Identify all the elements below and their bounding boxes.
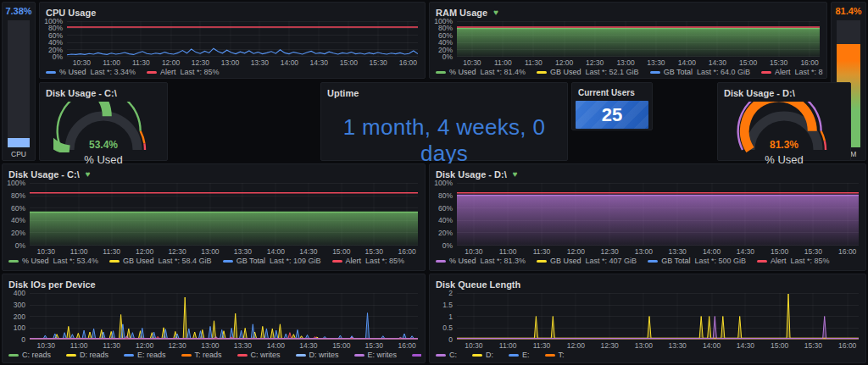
grafana-dashboard: 7.38% CPU CPU Usage ♥ 100%80%60%40%20%0%… xyxy=(0,0,868,365)
legend-label: T: reads xyxy=(195,351,222,359)
legend-value: Last *: 85% xyxy=(791,257,830,265)
legend-swatch-icon xyxy=(761,71,771,74)
x-tick-label: 16:00 xyxy=(838,341,856,350)
legend-item[interactable]: GB TotalLast *: 64.0 GiB xyxy=(650,68,750,76)
legend-item[interactable]: E: writes xyxy=(354,351,402,359)
legend-item[interactable]: T: writes xyxy=(412,351,421,359)
panel-disk-queue: Disk Queue Length ♥ 21.510.50 10:3011:00… xyxy=(429,274,866,363)
panel-title[interactable]: Disk Usage - D:\ xyxy=(718,83,850,101)
legend-item[interactable]: GB TotalLast *: 109 GiB xyxy=(223,257,321,265)
y-axis: 4003002001000 xyxy=(4,293,30,340)
panel-title[interactable]: CPU Usage ♥ xyxy=(40,3,425,20)
legend-item[interactable]: T: reads xyxy=(181,351,226,359)
legend-item[interactable]: % UsedLast *: 3.34% xyxy=(46,68,136,76)
legend-item[interactable]: AlertLast *: 85% xyxy=(332,257,405,265)
panel-title[interactable]: Disk Usage - C:\ ♥ xyxy=(3,164,425,182)
y-axis: 21.510.50 xyxy=(431,293,457,340)
cpu-bar-fill xyxy=(8,138,30,147)
legend-item[interactable]: % UsedLast *: 81.3% xyxy=(436,257,526,265)
x-tick-label: 11:00 xyxy=(494,58,512,67)
x-tick-label: 15:00 xyxy=(332,341,350,350)
plot-area[interactable] xyxy=(457,21,820,57)
legend-item[interactable]: % UsedLast *: 81.4% xyxy=(436,68,526,76)
panel-title-text: Current Users xyxy=(578,88,635,97)
legend-item[interactable]: T: xyxy=(545,351,569,359)
x-axis: 10:3011:0011:3012:0012:3013:0013:3014:00… xyxy=(67,58,418,67)
y-axis: 100%80%60%40%20%0% xyxy=(4,183,30,246)
x-tick-label: 14:30 xyxy=(299,247,317,256)
x-tick-label: 14:00 xyxy=(678,58,696,67)
legend-label: GB Used xyxy=(550,68,581,76)
legend-item[interactable]: C: writes xyxy=(237,351,285,359)
legend-swatch-icon xyxy=(412,354,421,357)
legend-item[interactable]: AlertLast *: 85% xyxy=(761,68,823,76)
legend-item[interactable]: D: xyxy=(472,351,498,359)
panel-disk-usage-c-gauge: Disk Usage - C:\ 53.4% % Used xyxy=(39,82,168,161)
ram-bar-value: 81.4% xyxy=(832,3,865,16)
x-tick-label: 14:00 xyxy=(703,247,721,256)
legend-item[interactable]: GB UsedLast *: 58.4 GiB xyxy=(109,257,212,265)
legend-item[interactable]: AlertLast *: 85% xyxy=(147,68,220,76)
panel-title[interactable]: Disk Queue Length ♥ xyxy=(430,274,865,292)
y-tick-label: 0 xyxy=(448,335,453,344)
legend-item[interactable]: GB UsedLast *: 52.1 GiB xyxy=(537,68,639,76)
legend-swatch-icon xyxy=(46,71,56,74)
y-tick-label: 200 xyxy=(14,312,25,321)
legend-item[interactable]: D: writes xyxy=(296,351,343,359)
x-tick-label: 14:30 xyxy=(737,247,754,256)
x-tick-label: 11:00 xyxy=(70,341,88,350)
plot-area[interactable] xyxy=(30,293,418,340)
x-axis: 10:3011:0011:3012:0012:3013:0013:3014:00… xyxy=(457,58,820,67)
y-tick-label: 60% xyxy=(11,204,25,213)
y-tick-label: 80% xyxy=(438,191,453,200)
current-users-box: 25 xyxy=(576,101,648,129)
legend: % UsedLast *: 3.34%AlertLast *: 85% xyxy=(46,68,421,76)
panel-cpu-bar-gauge: 7.38% CPU xyxy=(2,2,36,161)
legend-item[interactable]: GB UsedLast *: 407 GiB xyxy=(537,257,637,265)
panel-title[interactable]: Disk IOs per Device ♥ xyxy=(3,274,425,292)
legend-item[interactable]: AlertLast *: 85% xyxy=(757,257,830,265)
y-tick-label: 100% xyxy=(7,179,25,187)
legend-value: Last *: 81.3% xyxy=(481,257,526,265)
legend-swatch-icon xyxy=(237,354,248,357)
current-users-value: 25 xyxy=(602,104,622,126)
legend-label: D: writes xyxy=(309,351,339,359)
x-tick-label: 13:30 xyxy=(234,247,252,256)
panel-current-users: Current Users 25 xyxy=(571,82,653,130)
legend-label: Alert xyxy=(346,257,362,265)
plot-area[interactable] xyxy=(457,293,859,340)
x-tick-label: 11:00 xyxy=(499,341,517,350)
y-tick-label: 0% xyxy=(442,53,453,61)
x-tick-label: 16:00 xyxy=(399,58,417,67)
legend-item[interactable]: % UsedLast *: 53.4% xyxy=(8,257,98,265)
panel-title[interactable]: Disk Usage - D:\ ♥ xyxy=(430,164,865,182)
x-tick-label: 13:30 xyxy=(669,247,687,256)
plot-area[interactable] xyxy=(457,183,859,246)
legend-value: Last *: 109 GiB xyxy=(270,257,321,265)
panel-title[interactable]: Uptime xyxy=(321,83,567,101)
x-tick-label: 15:30 xyxy=(804,341,822,350)
panel-title[interactable]: Current Users xyxy=(575,85,649,100)
legend-item[interactable]: GB TotalLast *: 500 GiB xyxy=(648,257,746,265)
legend-label: E: xyxy=(522,351,530,359)
legend-item[interactable]: C: reads xyxy=(8,351,55,359)
health-heart-icon: ♥ xyxy=(86,170,91,179)
x-tick-label: 13:00 xyxy=(201,341,219,350)
panel-title[interactable]: Disk Usage - C:\ xyxy=(40,83,167,101)
legend-item[interactable]: E: xyxy=(509,351,534,359)
x-tick-label: 10:30 xyxy=(73,58,91,67)
plot-area[interactable] xyxy=(67,21,418,57)
panel-uptime: Uptime 1 month, 4 weeks, 0 days xyxy=(320,82,568,161)
y-axis: 100%80%60%40%20%0% xyxy=(42,21,67,57)
panel-title[interactable]: RAM Usage ♥ xyxy=(430,3,826,20)
legend-value: Last *: 64.0 GiB xyxy=(697,68,750,76)
legend-item[interactable]: D: reads xyxy=(66,351,113,359)
legend-item[interactable]: C: xyxy=(436,351,461,359)
legend-item[interactable]: E: reads xyxy=(124,351,170,359)
plot-area[interactable] xyxy=(30,183,418,246)
panel-disk-usage-c-chart: Disk Usage - C:\ ♥ 100%80%60%40%20%0% 10… xyxy=(2,163,426,271)
panel-disk-usage-d-chart: Disk Usage - D:\ ♥ 100%80%60%40%20%0% 10… xyxy=(429,163,866,271)
x-tick-label: 11:30 xyxy=(103,341,120,350)
x-tick-label: 13:00 xyxy=(616,58,634,67)
legend-label: C: reads xyxy=(22,351,51,359)
